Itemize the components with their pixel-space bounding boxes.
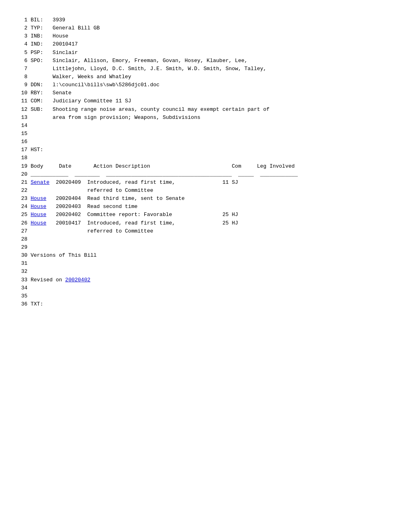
line-number: 12: [16, 106, 27, 114]
line-content: RBY: Senate: [31, 89, 395, 97]
line-number: 13: [16, 114, 27, 122]
line-content: Revised on 20020402: [31, 276, 395, 284]
house-link-25[interactable]: House: [31, 212, 46, 218]
line-content: referred to Committee: [31, 187, 395, 195]
line-number: 26: [16, 219, 27, 227]
line-number: 6: [16, 57, 27, 65]
line-row: 1BIL: 3939: [16, 16, 395, 24]
line-row: 2TYP: General Bill GB: [16, 24, 395, 32]
line-number: 2: [16, 24, 27, 32]
line-row: 17HST:: [16, 146, 395, 154]
line-number: 25: [16, 211, 27, 219]
line-row: 26House 20010417 Introduced, read first …: [16, 219, 395, 227]
line-content: Senate 20020409 Introduced, read first t…: [31, 179, 395, 187]
line-row: 12SUB: Shooting range noise areas, count…: [16, 106, 395, 114]
line-content: COM: Judiciary Committee 11 SJ: [31, 97, 395, 105]
line-number: 20: [16, 170, 27, 179]
line-number: 5: [16, 49, 27, 57]
line-number: 11: [16, 97, 27, 105]
line-content: HST:: [31, 146, 395, 154]
line-content: SUB: Shooting range noise areas, county …: [31, 106, 395, 114]
line-content: [31, 138, 395, 146]
line-content: IND: 20010417: [31, 40, 395, 48]
line-row: 22 referred to Committee: [16, 187, 395, 195]
line-row: 27 referred to Committee: [16, 227, 395, 235]
line-content: [31, 130, 395, 138]
line-row: 36TXT:: [16, 300, 395, 308]
line-content: [31, 235, 395, 243]
line-row: 23House 20020404 Read third time, sent t…: [16, 195, 395, 203]
line-content: [31, 243, 395, 251]
line-number: 14: [16, 122, 27, 130]
line-row: 33Revised on 20020402: [16, 276, 395, 284]
line-number: 8: [16, 73, 27, 81]
line-number: 17: [16, 146, 27, 154]
line-row: 14: [16, 122, 395, 130]
line-number: 31: [16, 260, 27, 268]
line-number: 15: [16, 130, 27, 138]
line-number: 29: [16, 243, 27, 251]
line-number: 16: [16, 138, 27, 146]
line-row: 9DDN: l:\council\bills\swb\5286djc01.doc: [16, 81, 395, 89]
line-number: 32: [16, 268, 27, 276]
line-number: 34: [16, 284, 27, 292]
line-content: Littlejohn, Lloyd, D.C. Smith, J.E. Smit…: [31, 65, 395, 73]
line-number: 10: [16, 89, 27, 97]
line-number: 18: [16, 154, 27, 162]
line-content: ____________ ________ __________________…: [31, 170, 395, 179]
line-content: House 20010417 Introduced, read first ti…: [31, 219, 395, 227]
line-number: 22: [16, 187, 27, 195]
line-content: Versions of This Bill: [31, 251, 395, 260]
line-row: 4IND: 20010417: [16, 40, 395, 48]
line-row: 29: [16, 243, 395, 251]
line-row: 25House 20020402 Committee report: Favor…: [16, 211, 395, 219]
line-number: 24: [16, 203, 27, 211]
line-row: 6SPO: Sinclair, Allison, Emory, Freeman,…: [16, 57, 395, 65]
line-row: 7 Littlejohn, Lloyd, D.C. Smith, J.E. Sm…: [16, 65, 395, 73]
line-content: Body Date Action Description Com Leg Inv…: [31, 162, 395, 170]
line-content: SPO: Sinclair, Allison, Emory, Freeman, …: [31, 57, 395, 65]
line-content: Walker, Weeks and Whatley: [31, 73, 395, 81]
line-number: 23: [16, 195, 27, 203]
line-row: 18: [16, 154, 395, 162]
line-number: 35: [16, 292, 27, 300]
line-number: 33: [16, 276, 27, 284]
line-row: 13 area from sign provision; Weapons, Su…: [16, 114, 395, 122]
senate-link[interactable]: Senate: [31, 179, 50, 185]
line-number: 21: [16, 179, 27, 187]
line-content: INB: House: [31, 32, 395, 40]
line-number: 3: [16, 32, 27, 40]
house-link-26[interactable]: House: [31, 220, 46, 226]
line-content: TYP: General Bill GB: [31, 24, 395, 32]
line-number: 7: [16, 65, 27, 73]
line-row: 10RBY: Senate: [16, 89, 395, 97]
table-divider: ____________ ________ __________________…: [31, 171, 298, 177]
line-row: 3INB: House: [16, 32, 395, 40]
line-content: [31, 260, 395, 268]
line-row: 16: [16, 138, 395, 146]
line-content: [31, 284, 395, 292]
line-row: 28: [16, 235, 395, 243]
line-content: [31, 122, 395, 130]
line-content: TXT:: [31, 300, 395, 308]
line-row: 8 Walker, Weeks and Whatley: [16, 73, 395, 81]
line-content: PSP: Sinclair: [31, 49, 395, 57]
house-link-23[interactable]: House: [31, 195, 46, 202]
line-row: 31: [16, 260, 395, 268]
line-content: referred to Committee: [31, 227, 395, 235]
line-row: 20____________ ________ ________________…: [16, 170, 395, 179]
house-link-24[interactable]: House: [31, 204, 46, 210]
line-row: 35: [16, 292, 395, 300]
line-row: 32: [16, 268, 395, 276]
line-content: BIL: 3939: [31, 16, 395, 24]
line-content: House 20020402 Committee report: Favorab…: [31, 211, 395, 219]
line-row: 24House 20020403 Read second time: [16, 203, 395, 211]
line-row: 34: [16, 284, 395, 292]
line-content: DDN: l:\council\bills\swb\5286djc01.doc: [31, 81, 395, 89]
line-number: 28: [16, 235, 27, 243]
line-number: 36: [16, 300, 27, 308]
revised-date-link[interactable]: 20020402: [65, 277, 90, 283]
line-row: 11COM: Judiciary Committee 11 SJ: [16, 97, 395, 105]
line-number: 30: [16, 251, 27, 260]
line-content: House 20020403 Read second time: [31, 203, 395, 211]
